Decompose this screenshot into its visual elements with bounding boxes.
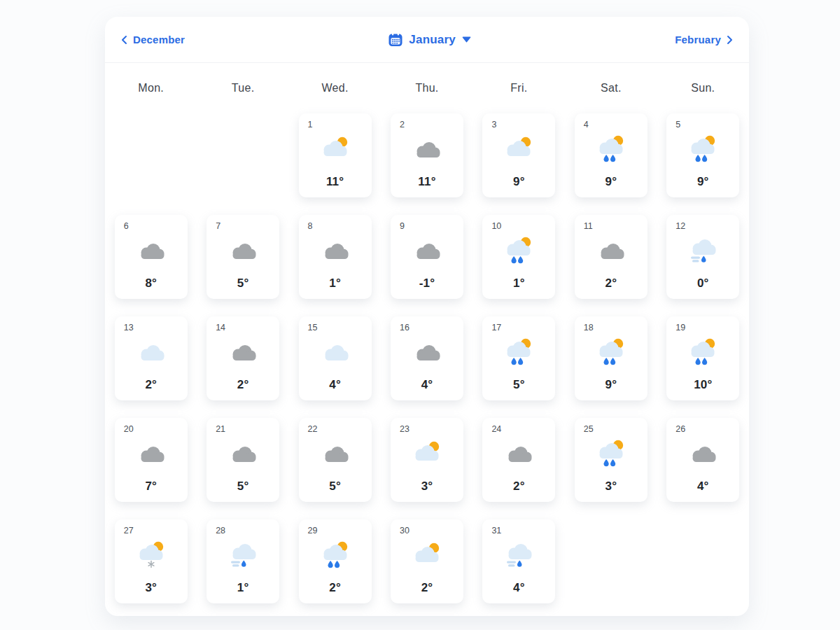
prev-month-button[interactable]: December bbox=[120, 34, 185, 46]
chevron-left-icon bbox=[120, 35, 127, 45]
day-cell-1[interactable]: 111° bbox=[299, 113, 372, 197]
sun-cloud-rain-icon bbox=[318, 540, 352, 570]
day-cell-7[interactable]: 75° bbox=[206, 215, 279, 299]
weekday-label-wed: Wed. bbox=[289, 82, 381, 94]
day-number: 29 bbox=[308, 526, 318, 536]
day-temperature: 4° bbox=[391, 378, 463, 392]
day-cell-13[interactable]: 132° bbox=[115, 316, 188, 400]
day-temperature: 3° bbox=[575, 479, 648, 493]
cloud-icon bbox=[502, 439, 536, 468]
day-cell-22[interactable]: 225° bbox=[299, 418, 372, 502]
day-number: 1 bbox=[308, 120, 313, 130]
sun-cloud-rain-icon bbox=[594, 134, 628, 164]
cloud-icon bbox=[134, 236, 168, 265]
day-temperature: 3° bbox=[115, 581, 188, 595]
dropdown-arrow-icon bbox=[462, 36, 471, 43]
sun-cloud-icon bbox=[318, 134, 352, 164]
day-cell-21[interactable]: 215° bbox=[206, 418, 279, 502]
day-number: 2 bbox=[400, 120, 405, 130]
day-number: 5 bbox=[676, 120, 680, 130]
month-selector[interactable]: January bbox=[388, 33, 471, 47]
weekday-label-thu: Thu. bbox=[381, 82, 472, 94]
day-cell-11[interactable]: 112° bbox=[575, 215, 648, 299]
day-temperature: 1° bbox=[206, 581, 279, 595]
day-number: 4 bbox=[584, 120, 589, 130]
day-cell-4[interactable]: 49° bbox=[575, 113, 648, 197]
weekday-label-mon: Mon. bbox=[105, 82, 197, 94]
day-number: 18 bbox=[584, 323, 594, 332]
day-number: 7 bbox=[216, 221, 220, 231]
day-temperature: 5° bbox=[206, 276, 279, 290]
day-number: 22 bbox=[308, 424, 318, 434]
day-temperature: 10° bbox=[666, 378, 739, 392]
next-month-button[interactable]: February bbox=[675, 34, 734, 46]
cloud-sleet-icon bbox=[502, 540, 536, 570]
day-number: 13 bbox=[124, 323, 134, 332]
day-cell-27[interactable]: 273° bbox=[115, 519, 188, 603]
day-number: 27 bbox=[124, 526, 134, 536]
weather-calendar-card: December January February bbox=[105, 17, 749, 616]
cloud-light-icon bbox=[318, 337, 352, 367]
day-number: 3 bbox=[491, 120, 496, 130]
day-cell-24[interactable]: 242° bbox=[482, 418, 555, 502]
day-cell-23[interactable]: 233° bbox=[391, 418, 463, 502]
cloud-icon bbox=[410, 337, 444, 367]
sun-cloud-rain-icon bbox=[686, 337, 720, 367]
day-temperature: 5° bbox=[482, 378, 555, 392]
day-cell-28[interactable]: 281° bbox=[206, 519, 279, 603]
day-number: 16 bbox=[400, 323, 410, 332]
cloud-icon bbox=[226, 236, 260, 265]
day-number: 21 bbox=[216, 424, 225, 434]
day-number: 25 bbox=[584, 424, 594, 434]
day-cell-19[interactable]: 1910° bbox=[666, 316, 739, 400]
day-cell-31[interactable]: 314° bbox=[482, 519, 555, 603]
day-temperature: 9° bbox=[575, 378, 648, 392]
day-cell-30[interactable]: 302° bbox=[391, 519, 463, 603]
day-cell-9[interactable]: 9-1° bbox=[391, 215, 463, 299]
day-number: 9 bbox=[400, 221, 405, 231]
sun-cloud-rain-icon bbox=[686, 134, 720, 164]
calendar-icon bbox=[388, 33, 402, 47]
day-cell-10[interactable]: 101° bbox=[482, 215, 555, 299]
day-cell-17[interactable]: 175° bbox=[482, 316, 555, 400]
day-cell-6[interactable]: 68° bbox=[115, 215, 188, 299]
day-temperature: 5° bbox=[299, 479, 372, 493]
day-cell-16[interactable]: 164° bbox=[391, 316, 463, 400]
cloud-icon bbox=[594, 236, 628, 265]
day-temperature: 2° bbox=[206, 378, 279, 392]
cloud-icon bbox=[226, 337, 260, 367]
day-temperature: 3° bbox=[391, 479, 463, 493]
day-cell-12[interactable]: 120° bbox=[666, 215, 739, 299]
sun-cloud-icon bbox=[502, 134, 536, 164]
weekday-label-sat: Sat. bbox=[565, 82, 657, 94]
day-number: 23 bbox=[400, 424, 410, 434]
day-cell-26[interactable]: 264° bbox=[666, 418, 739, 502]
day-cell-15[interactable]: 154° bbox=[299, 316, 372, 400]
day-cell-14[interactable]: 142° bbox=[206, 316, 279, 400]
day-temperature: 11° bbox=[299, 175, 372, 189]
day-temperature: 9° bbox=[575, 175, 648, 189]
day-cell-2[interactable]: 211° bbox=[391, 113, 463, 197]
cloud-icon bbox=[686, 439, 720, 468]
day-number: 26 bbox=[676, 424, 685, 434]
day-temperature: 2° bbox=[115, 378, 188, 392]
day-number: 6 bbox=[124, 221, 129, 231]
day-number: 31 bbox=[491, 526, 501, 536]
day-temperature: 4° bbox=[299, 378, 372, 392]
day-temperature: 8° bbox=[115, 276, 188, 290]
day-temperature: 2° bbox=[482, 479, 555, 493]
day-cell-29[interactable]: 292° bbox=[299, 519, 372, 603]
sun-cloud-icon bbox=[410, 439, 444, 468]
day-cell-8[interactable]: 81° bbox=[299, 215, 372, 299]
day-cell-3[interactable]: 39° bbox=[482, 113, 555, 197]
weekday-label-fri: Fri. bbox=[473, 82, 565, 94]
day-cell-18[interactable]: 189° bbox=[575, 316, 648, 400]
day-number: 10 bbox=[491, 221, 501, 231]
day-number: 14 bbox=[216, 323, 225, 332]
day-number: 19 bbox=[676, 323, 685, 332]
day-cell-5[interactable]: 59° bbox=[666, 113, 739, 197]
day-cell-25[interactable]: 253° bbox=[575, 418, 648, 502]
day-temperature: 4° bbox=[666, 479, 739, 493]
day-cell-20[interactable]: 207° bbox=[115, 418, 188, 502]
day-number: 15 bbox=[308, 323, 318, 332]
